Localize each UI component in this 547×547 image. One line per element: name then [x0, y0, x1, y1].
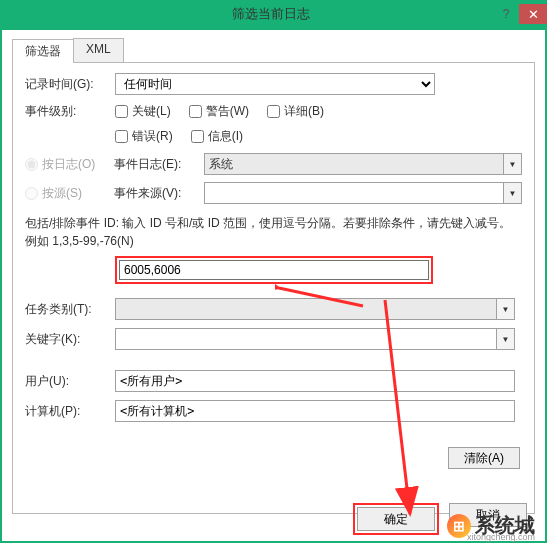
event-id-input[interactable]: [119, 260, 429, 280]
radio-by-source: 按源(S): [25, 185, 114, 202]
window-title: 筛选当前日志: [48, 5, 493, 23]
log-time-select[interactable]: 任何时间: [115, 73, 435, 95]
event-logs-combo: 系统 ▼: [204, 153, 522, 175]
chevron-down-icon: ▼: [503, 154, 521, 174]
chevron-down-icon[interactable]: ▼: [503, 183, 521, 203]
label-event-level: 事件级别:: [25, 103, 115, 120]
label-user: 用户(U):: [25, 373, 115, 390]
tab-xml[interactable]: XML: [73, 38, 124, 62]
label-event-logs: 事件日志(E):: [114, 156, 204, 173]
chk-information[interactable]: 信息(I): [191, 128, 243, 145]
computer-input[interactable]: [115, 400, 515, 422]
title-bar: 筛选当前日志 ? ✕: [0, 0, 547, 28]
help-button[interactable]: ?: [494, 4, 518, 24]
ok-button[interactable]: 确定: [357, 507, 435, 531]
label-event-sources: 事件来源(V):: [114, 185, 204, 202]
label-log-time: 记录时间(G):: [25, 76, 115, 93]
chk-warning[interactable]: 警告(W): [189, 103, 249, 120]
task-category-combo: ▼: [115, 298, 515, 320]
event-sources-combo[interactable]: ▼: [204, 182, 522, 204]
filter-panel: 记录时间(G): 任何时间 事件级别: 关键(L) 警告(W) 详细(B) 错误…: [12, 62, 535, 514]
label-computer: 计算机(P):: [25, 403, 115, 420]
tab-filter[interactable]: 筛选器: [12, 39, 74, 63]
chk-error[interactable]: 错误(R): [115, 128, 173, 145]
chk-verbose[interactable]: 详细(B): [267, 103, 324, 120]
label-keywords: 关键字(K):: [25, 331, 115, 348]
close-button[interactable]: ✕: [519, 4, 547, 24]
help-text: 包括/排除事件 ID: 输入 ID 号和/或 ID 范围，使用逗号分隔。若要排除…: [25, 214, 522, 250]
watermark: ⊞ 系统城 xitongcheng.com: [441, 510, 541, 541]
chevron-down-icon: ▼: [496, 299, 514, 319]
user-input[interactable]: [115, 370, 515, 392]
label-task-category: 任务类别(T):: [25, 301, 115, 318]
chk-critical[interactable]: 关键(L): [115, 103, 171, 120]
event-id-highlight: [115, 256, 433, 284]
chevron-down-icon[interactable]: ▼: [496, 329, 514, 349]
tab-strip: 筛选器 XML: [12, 38, 535, 62]
clear-button[interactable]: 清除(A): [448, 447, 520, 469]
window-body: 筛选器 XML 记录时间(G): 任何时间 事件级别: 关键(L) 警告(W) …: [0, 28, 547, 543]
keywords-combo[interactable]: ▼: [115, 328, 515, 350]
ok-highlight: 确定: [353, 503, 439, 535]
radio-by-log: 按日志(O): [25, 156, 114, 173]
